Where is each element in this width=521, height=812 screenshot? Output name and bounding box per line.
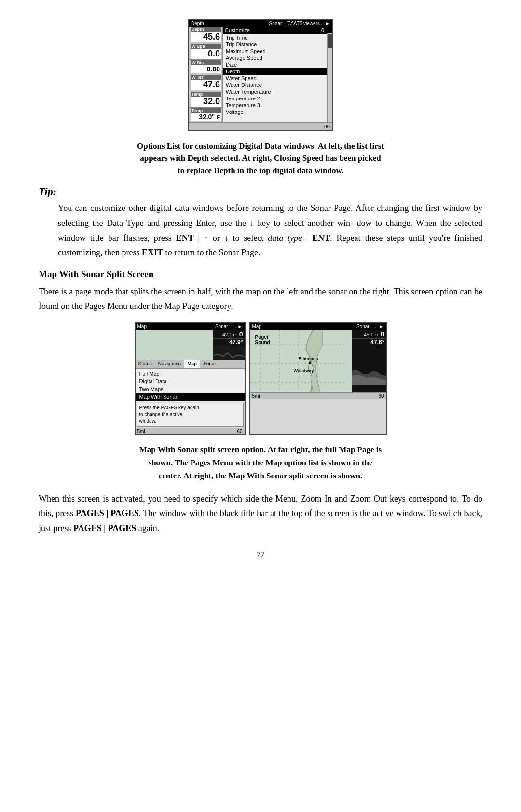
cell-temp1-label: Temp: [191, 92, 221, 97]
device-body: Depth 45.6 W Spe 0.0 W Dis 0.00 W Ter 47…: [189, 27, 332, 122]
tip-section: Tip: You can customize other digital dat…: [39, 185, 482, 260]
tab-sonar[interactable]: Sonar: [200, 360, 219, 368]
sonar-echo-svg: [352, 347, 386, 385]
tip-exit: EXIT: [142, 248, 163, 257]
menu-title: Customize: [225, 28, 250, 33]
section-body1: There is a page mode that splits the scr…: [39, 284, 482, 314]
tip-data-type: data type: [268, 233, 302, 243]
cell-wspeed: W Spe 0.0: [189, 43, 222, 60]
full-map-screen: Map Sonar - ... ►: [249, 322, 387, 435]
pages-panel-title: Map Sonar - ... ►: [136, 323, 245, 330]
map-preview-area: [136, 330, 213, 360]
tab-status[interactable]: Status: [136, 360, 155, 368]
sonar-readout-top: 42·1·r↑ 0: [213, 330, 245, 339]
tab-map[interactable]: Map: [184, 360, 200, 368]
body-text-bottom: When this screen is activated, you need …: [39, 491, 482, 536]
pages-title-map: Map: [137, 324, 147, 329]
page-content: Depth Sonar - [C:\AT5 viewers... ► Depth…: [39, 19, 482, 560]
full-map-body: PugetSound Edmonds Woodway ▲ 45·1·r↑ 0 4…: [250, 330, 386, 392]
device-title-bar: Depth Sonar - [C:\AT5 viewers... ►: [189, 20, 332, 27]
pages-tooltip: Press the PAGES key againto change the a…: [137, 403, 244, 427]
cell-wdist-value: 0.00: [191, 65, 221, 73]
pages-body: 42·1·r↑ 0 47.9°: [136, 330, 245, 360]
sonar-strip: 45·1·r↑ 0 47.6° 20 40: [352, 330, 386, 392]
menu-item-water-speed[interactable]: Water Speed: [223, 75, 332, 82]
full-map-bottom-right: 60: [378, 393, 384, 399]
pages-title-sonar: Sonar - ... ►: [215, 324, 243, 329]
sonar-readout-panel: 42·1·r↑ 0 47.9°: [213, 330, 245, 360]
tab-navigation[interactable]: Navigation: [155, 360, 184, 368]
device-right-col: Customize 0 Trip Time Trip Distance Maxi…: [223, 27, 332, 122]
page-number: 77: [39, 550, 482, 560]
cell-temp1: Temp 32.0: [189, 91, 222, 108]
menu-item-voltage[interactable]: Voltage: [223, 109, 332, 115]
cell-depth-value: 45.6: [191, 32, 221, 42]
sonar-wave-svg: [213, 346, 245, 360]
caption1: Options List for customizing Digital Dat…: [39, 140, 482, 177]
sonar-strip-readout-bottom: 47.6°: [352, 339, 386, 346]
full-map-bottom-left: 5mi: [252, 393, 260, 399]
title-right: Sonar - [C:\AT5 viewers... ►: [269, 21, 330, 26]
sonar-strip-readout-top: 45·1·r↑ 0: [352, 330, 386, 339]
full-map-screen-bottom: 5mi 60: [250, 392, 386, 399]
caption2-line3: center. At right, the Map With Sonar spl…: [159, 471, 363, 480]
top-screenshot-container: Depth Sonar - [C:\AT5 viewers... ► Depth…: [39, 19, 482, 131]
device-left-col: Depth 45.6 W Spe 0.0 W Dis 0.00 W Ter 47…: [189, 27, 223, 122]
menu-item-date[interactable]: Date: [223, 61, 332, 68]
pages-screen-bottom: 5mi 60: [136, 428, 245, 434]
menu-item-water-temp[interactable]: Water Temperature: [223, 88, 332, 95]
menu-item-avg-speed[interactable]: Average Speed: [223, 55, 332, 61]
tip-heading: Tip:: [39, 185, 482, 198]
label-woodway: Woodway: [294, 368, 314, 373]
tip-body: You can customize other digital data win…: [58, 201, 482, 260]
cell-temp2-label: Temp: [191, 108, 221, 113]
pages-menu-screen: Map Sonar - ... ► 42·1·r↑ 0 47.9°: [135, 322, 246, 435]
menu-top-value: 0: [321, 28, 324, 33]
pages-bold-1: PAGES | PAGES: [76, 508, 139, 518]
full-map-sonar-title: Sonar - ... ►: [356, 324, 384, 329]
menu-item-trip-time[interactable]: Trip Time: [223, 34, 332, 41]
cell-wspeed-value: 0.0: [191, 49, 221, 59]
tip-ent1: ENT: [176, 233, 194, 243]
pages-item-full-map[interactable]: Full Map: [136, 370, 245, 378]
boat-marker: ▲: [307, 359, 313, 365]
title-left: Depth: [191, 21, 204, 26]
menu-item-max-speed[interactable]: Maximum Speed: [223, 48, 332, 55]
sonar-readout-bottom: 47.9°: [213, 339, 245, 346]
cell-depth: Depth 45.6: [189, 27, 222, 43]
caption1-line2: appears with Depth selected. At right, C…: [140, 154, 381, 163]
menu-item-temp3[interactable]: Temperature 3: [223, 102, 332, 109]
pages-bottom-left: 5mi: [137, 429, 145, 434]
cell-temp2: Temp 32.0° F: [189, 108, 222, 122]
pages-item-map-with-sonar[interactable]: Map With Sonar: [136, 393, 245, 401]
cell-wtemp-value: 47.6: [191, 80, 221, 90]
cell-temp2-value: 32.0° F: [191, 113, 221, 121]
cell-wtemp: W Ter 47.6: [189, 74, 222, 91]
cell-wtemp-label: W Ter: [191, 75, 221, 80]
menu-title-bar: Customize 0: [223, 27, 332, 34]
full-map-title-bar: Map Sonar - ... ►: [250, 323, 386, 330]
sonar-wave-area: [213, 346, 245, 360]
cell-wdist: W Dis 0.00: [189, 60, 222, 74]
pages-item-digital-data[interactable]: Digital Data: [136, 378, 245, 385]
menu-item-temp2[interactable]: Temperature 2: [223, 95, 332, 102]
section-heading: Map With Sonar Split Screen: [39, 269, 482, 280]
cell-temp1-value: 32.0: [191, 97, 221, 107]
pages-bold-2: PAGES | PAGES: [73, 523, 136, 533]
tip-ent2: ENT: [312, 233, 330, 243]
menu-item-trip-distance[interactable]: Trip Distance: [223, 41, 332, 48]
caption2: Map With Sonar split screen option. At f…: [39, 443, 482, 483]
cell-wdist-label: W Dis: [191, 60, 221, 65]
caption2-line2: shown. The Pages Menu with the Map optio…: [149, 458, 373, 467]
middle-screenshots: Map Sonar - ... ► 42·1·r↑ 0 47.9°: [39, 322, 482, 435]
menu-item-depth[interactable]: Depth: [223, 68, 332, 75]
scrollbar-track[interactable]: [327, 33, 332, 122]
cell-wspeed-label: W Spe: [191, 44, 221, 49]
scrollbar-thumb[interactable]: [328, 34, 332, 48]
cell-depth-label: Depth: [191, 27, 221, 32]
full-map-title: Map: [252, 324, 261, 329]
pages-item-two-maps[interactable]: Two Maps: [136, 385, 245, 393]
menu-item-water-distance[interactable]: Water Distance: [223, 82, 332, 88]
pages-bottom-right: 60: [237, 429, 242, 434]
caption1-line3: to replace Depth in the top digital data…: [178, 166, 343, 175]
